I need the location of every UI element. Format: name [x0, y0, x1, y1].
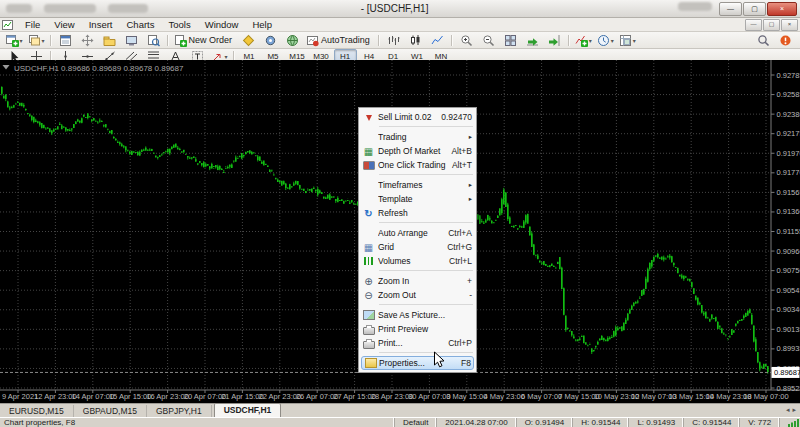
options-button[interactable]: [260, 32, 281, 48]
fullscreen-button[interactable]: [282, 32, 303, 48]
status-section-3: H: 0.91544: [572, 418, 628, 427]
properties-icon: [365, 358, 377, 368]
menu-item-timeframes[interactable]: Timeframes▸: [359, 178, 476, 192]
community-button[interactable]: [775, 32, 796, 48]
chart-tab-gbpaud-m15[interactable]: GBPAUD,M15: [74, 405, 147, 417]
menu-item-label: Print...: [378, 338, 445, 348]
menu-insert[interactable]: Insert: [82, 18, 120, 31]
menu-item-refresh[interactable]: Refresh: [359, 206, 476, 220]
menu-item-shortcut: -: [469, 290, 472, 300]
chart-system-icon[interactable]: [2, 19, 15, 30]
status-hint: Chart properties, F8: [0, 418, 394, 427]
new-chart-button[interactable]: ▾: [4, 32, 25, 48]
new-order-button[interactable]: New Order: [172, 32, 238, 48]
window-controls: — ▢ ×: [672, 2, 797, 16]
zoom-in-icon: [364, 276, 372, 287]
mdi-close-button[interactable]: ×: [781, 19, 798, 31]
autotrading-button[interactable]: AutoTrading: [304, 32, 375, 48]
menu-window[interactable]: Window: [198, 18, 246, 31]
periods-button[interactable]: ▾: [595, 32, 616, 48]
chart-tab-eurusd-m15[interactable]: EURUSD,M15: [0, 405, 74, 417]
toolbar-separator: [568, 35, 569, 46]
autotrading-label: AutoTrading: [321, 35, 370, 45]
metaeditor-button[interactable]: [238, 32, 259, 48]
status-section-5: C: 0.91544: [683, 418, 739, 427]
market-watch-button[interactable]: [55, 32, 76, 48]
chart-shift-button[interactable]: [544, 32, 565, 48]
terminal-icon: [125, 34, 138, 47]
menu-item-auto-arrange[interactable]: Auto ArrangeCtrl+A: [359, 226, 476, 240]
close-button[interactable]: ×: [767, 2, 797, 16]
tab-scroll-left-icon[interactable]: ◂: [786, 406, 790, 414]
properties-icon: [362, 358, 379, 368]
dropdown-arrow-icon: ▾: [633, 37, 636, 44]
navigator-button[interactable]: [99, 32, 120, 48]
dropdown-arrow-icon: ▾: [20, 37, 23, 44]
zoom-out-button[interactable]: [478, 32, 499, 48]
menu-item-properties[interactable]: Properties...F8: [361, 356, 474, 370]
menu-view[interactable]: View: [47, 18, 81, 31]
connection-status: 2246/3 kb: [779, 418, 800, 427]
templates-button[interactable]: ▾: [617, 32, 638, 48]
mdi-minimize-button[interactable]: —: [745, 19, 762, 31]
search-button[interactable]: [753, 32, 774, 48]
svg-text:0.91565: 0.91565: [777, 188, 800, 197]
bar-chart-button[interactable]: [383, 32, 404, 48]
new-chart-icon: [6, 34, 19, 47]
svg-text:30 Apr 07:00: 30 Apr 07:00: [408, 392, 451, 401]
market-watch-icon: [59, 34, 72, 47]
menu-tools[interactable]: Tools: [161, 18, 197, 31]
svg-text:0.91970: 0.91970: [777, 149, 800, 158]
chart-tab-gbpjpy-h1[interactable]: GBPJPY,H1: [147, 405, 212, 417]
menu-item-depth-of-market[interactable]: Depth Of MarketAlt+B: [359, 144, 476, 158]
title-bar: - [USDCHF,H1] — ▢ ×: [0, 0, 800, 18]
one-click-trading-icon: [359, 161, 378, 170]
menu-item-template[interactable]: Template▸: [359, 192, 476, 206]
menu-item-zoom-out[interactable]: Zoom Out-: [359, 288, 476, 302]
zoom-out-icon: [359, 290, 378, 301]
time-axis[interactable]: 9 Apr 202112 Apr 23:0014 Apr 07:0015 Apr…: [2, 390, 789, 401]
candlestick-chart-button[interactable]: [405, 32, 426, 48]
menu-item-label: Grid: [378, 242, 444, 252]
profiles-button[interactable]: ▾: [26, 32, 47, 48]
menu-file[interactable]: File: [18, 18, 47, 31]
chart-tab-usdchf-h1[interactable]: USDCHF,H1: [214, 403, 282, 417]
auto-scroll-button[interactable]: [522, 32, 543, 48]
line-chart-button[interactable]: [427, 32, 448, 48]
menu-item-volumes[interactable]: VolumesCtrl+L: [359, 254, 476, 268]
toolbar-separator: [451, 35, 452, 46]
menu-separator: [379, 352, 473, 353]
menu-item-print-preview[interactable]: Print Preview: [359, 322, 476, 336]
menu-item-one-click-trading[interactable]: One Click TradingAlt+T: [359, 158, 476, 172]
save-picture-icon: [363, 310, 375, 320]
sell-limit-icon: [366, 115, 372, 124]
indicators-button[interactable]: ▾: [573, 32, 594, 48]
strategy-tester-button[interactable]: [143, 32, 164, 48]
menu-item-trading[interactable]: Trading▸: [359, 130, 476, 144]
restore-button[interactable]: ▢: [743, 2, 766, 16]
svg-text:9 Apr 2021: 9 Apr 2021: [2, 392, 38, 401]
strategy-tester-icon: [147, 34, 160, 47]
volumes-icon: [359, 257, 378, 265]
menu-item-label: Timeframes: [378, 180, 466, 190]
data-window-button[interactable]: [77, 32, 98, 48]
new-order-icon: [174, 34, 187, 47]
menu-charts[interactable]: Charts: [120, 18, 162, 31]
mdi-restore-button[interactable]: ▢: [763, 19, 780, 31]
depth-of-market-icon: [359, 146, 378, 157]
new-order-label: New Order: [189, 35, 233, 45]
menu-item-print[interactable]: Print...Ctrl+P: [359, 336, 476, 350]
menu-item-save-as-picture[interactable]: Save As Picture...: [359, 308, 476, 322]
blurred-area: [44, 4, 96, 13]
chart-context-menu: Sell Limit 0.020.92470Trading▸Depth Of M…: [358, 107, 477, 373]
tile-windows-button[interactable]: [500, 32, 521, 48]
zoom-in-button[interactable]: [456, 32, 477, 48]
menu-item-sell-limit[interactable]: Sell Limit 0.020.92470: [359, 110, 476, 124]
menu-item-grid[interactable]: GridCtrl+G: [359, 240, 476, 254]
tab-scroll-right-icon[interactable]: ▸: [792, 406, 796, 414]
minimize-button[interactable]: —: [719, 2, 742, 16]
svg-text:0.89687: 0.89687: [774, 368, 800, 377]
terminal-button[interactable]: [121, 32, 142, 48]
menu-item-zoom-in[interactable]: Zoom In+: [359, 274, 476, 288]
menu-help[interactable]: Help: [245, 18, 279, 31]
